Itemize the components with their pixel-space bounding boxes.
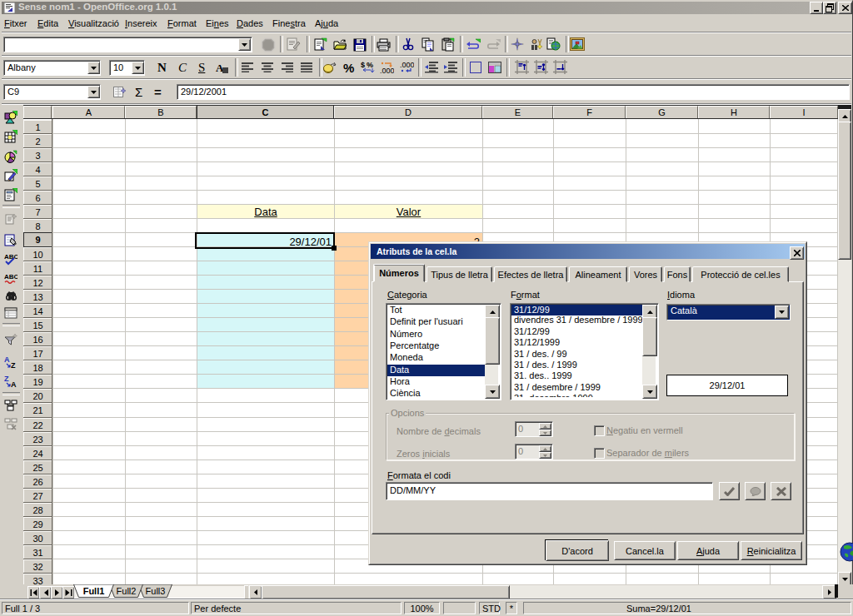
svg-text:Full3: Full3 (146, 586, 166, 596)
svg-text:%: % (367, 61, 373, 69)
svg-text:ABC: ABC (4, 253, 17, 261)
svg-text:Full1: Full1 (83, 586, 105, 596)
svg-text:Z: Z (11, 361, 16, 369)
svg-text:$: $ (361, 61, 365, 69)
svg-text:ABC: ABC (4, 273, 17, 281)
svg-text:.000: .000 (380, 67, 394, 74)
svg-text:A: A (4, 355, 10, 364)
svg-text:A: A (11, 380, 17, 388)
svg-text:.000: .000 (400, 61, 414, 69)
svg-text:Z: Z (4, 375, 9, 383)
svg-text:Full2: Full2 (117, 586, 137, 596)
